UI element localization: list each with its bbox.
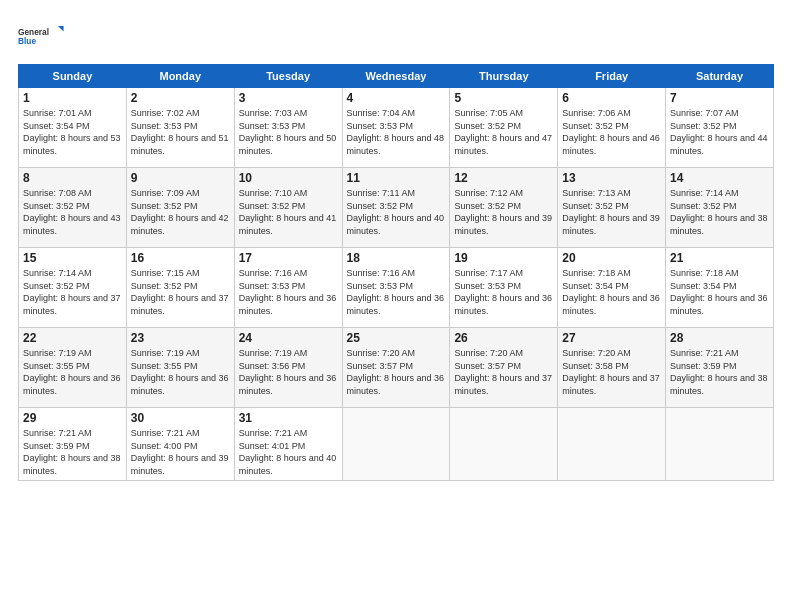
day-info: Sunrise: 7:09 AM Sunset: 3:52 PM Dayligh… — [131, 187, 230, 237]
calendar-cell: 18 Sunrise: 7:16 AM Sunset: 3:53 PM Dayl… — [342, 248, 450, 328]
day-number: 4 — [347, 91, 446, 105]
sunrise-text: Sunrise: 7:08 AM — [23, 188, 92, 198]
logo: General Blue — [18, 18, 68, 54]
day-number: 8 — [23, 171, 122, 185]
day-number: 31 — [239, 411, 338, 425]
sunrise-text: Sunrise: 7:19 AM — [239, 348, 308, 358]
sunrise-text: Sunrise: 7:02 AM — [131, 108, 200, 118]
day-info: Sunrise: 7:01 AM Sunset: 3:54 PM Dayligh… — [23, 107, 122, 157]
calendar-cell — [666, 408, 774, 481]
sunset-text: Sunset: 3:53 PM — [131, 121, 198, 131]
calendar-cell: 21 Sunrise: 7:18 AM Sunset: 3:54 PM Dayl… — [666, 248, 774, 328]
daylight-text: Daylight: 8 hours and 37 minutes. — [131, 293, 229, 316]
daylight-text: Daylight: 8 hours and 38 minutes. — [670, 373, 768, 396]
calendar-cell: 16 Sunrise: 7:15 AM Sunset: 3:52 PM Dayl… — [126, 248, 234, 328]
daylight-text: Daylight: 8 hours and 36 minutes. — [454, 293, 552, 316]
sunrise-text: Sunrise: 7:21 AM — [239, 428, 308, 438]
day-number: 28 — [670, 331, 769, 345]
daylight-text: Daylight: 8 hours and 39 minutes. — [131, 453, 229, 476]
calendar-cell: 27 Sunrise: 7:20 AM Sunset: 3:58 PM Dayl… — [558, 328, 666, 408]
day-info: Sunrise: 7:10 AM Sunset: 3:52 PM Dayligh… — [239, 187, 338, 237]
calendar-cell: 24 Sunrise: 7:19 AM Sunset: 3:56 PM Dayl… — [234, 328, 342, 408]
svg-text:Blue: Blue — [18, 36, 36, 46]
sunrise-text: Sunrise: 7:05 AM — [454, 108, 523, 118]
day-number: 10 — [239, 171, 338, 185]
day-info: Sunrise: 7:07 AM Sunset: 3:52 PM Dayligh… — [670, 107, 769, 157]
calendar-cell: 23 Sunrise: 7:19 AM Sunset: 3:55 PM Dayl… — [126, 328, 234, 408]
sunset-text: Sunset: 3:53 PM — [239, 121, 306, 131]
calendar-cell: 17 Sunrise: 7:16 AM Sunset: 3:53 PM Dayl… — [234, 248, 342, 328]
day-number: 26 — [454, 331, 553, 345]
day-info: Sunrise: 7:02 AM Sunset: 3:53 PM Dayligh… — [131, 107, 230, 157]
day-info: Sunrise: 7:21 AM Sunset: 3:59 PM Dayligh… — [23, 427, 122, 477]
daylight-text: Daylight: 8 hours and 38 minutes. — [23, 453, 121, 476]
day-info: Sunrise: 7:16 AM Sunset: 3:53 PM Dayligh… — [347, 267, 446, 317]
day-info: Sunrise: 7:19 AM Sunset: 3:55 PM Dayligh… — [23, 347, 122, 397]
day-number: 17 — [239, 251, 338, 265]
daylight-text: Daylight: 8 hours and 36 minutes. — [562, 293, 660, 316]
day-number: 16 — [131, 251, 230, 265]
sunset-text: Sunset: 3:53 PM — [454, 281, 521, 291]
sunrise-text: Sunrise: 7:21 AM — [23, 428, 92, 438]
sunrise-text: Sunrise: 7:19 AM — [131, 348, 200, 358]
sunset-text: Sunset: 3:52 PM — [670, 121, 737, 131]
sunset-text: Sunset: 3:59 PM — [670, 361, 737, 371]
calendar-cell: 20 Sunrise: 7:18 AM Sunset: 3:54 PM Dayl… — [558, 248, 666, 328]
daylight-text: Daylight: 8 hours and 44 minutes. — [670, 133, 768, 156]
day-number: 7 — [670, 91, 769, 105]
day-number: 24 — [239, 331, 338, 345]
sunrise-text: Sunrise: 7:14 AM — [23, 268, 92, 278]
calendar-cell: 3 Sunrise: 7:03 AM Sunset: 3:53 PM Dayli… — [234, 88, 342, 168]
sunrise-text: Sunrise: 7:16 AM — [239, 268, 308, 278]
sunset-text: Sunset: 3:52 PM — [454, 121, 521, 131]
sunrise-text: Sunrise: 7:01 AM — [23, 108, 92, 118]
sunrise-text: Sunrise: 7:20 AM — [454, 348, 523, 358]
day-number: 2 — [131, 91, 230, 105]
calendar-cell: 19 Sunrise: 7:17 AM Sunset: 3:53 PM Dayl… — [450, 248, 558, 328]
day-info: Sunrise: 7:11 AM Sunset: 3:52 PM Dayligh… — [347, 187, 446, 237]
calendar-cell: 2 Sunrise: 7:02 AM Sunset: 3:53 PM Dayli… — [126, 88, 234, 168]
sunrise-text: Sunrise: 7:10 AM — [239, 188, 308, 198]
sunrise-text: Sunrise: 7:14 AM — [670, 188, 739, 198]
day-info: Sunrise: 7:12 AM Sunset: 3:52 PM Dayligh… — [454, 187, 553, 237]
day-number: 22 — [23, 331, 122, 345]
day-number: 14 — [670, 171, 769, 185]
sunset-text: Sunset: 3:53 PM — [239, 281, 306, 291]
day-info: Sunrise: 7:04 AM Sunset: 3:53 PM Dayligh… — [347, 107, 446, 157]
sunset-text: Sunset: 4:01 PM — [239, 441, 306, 451]
sunrise-text: Sunrise: 7:12 AM — [454, 188, 523, 198]
calendar-cell: 7 Sunrise: 7:07 AM Sunset: 3:52 PM Dayli… — [666, 88, 774, 168]
calendar-cell: 30 Sunrise: 7:21 AM Sunset: 4:00 PM Dayl… — [126, 408, 234, 481]
day-info: Sunrise: 7:03 AM Sunset: 3:53 PM Dayligh… — [239, 107, 338, 157]
calendar-cell: 6 Sunrise: 7:06 AM Sunset: 3:52 PM Dayli… — [558, 88, 666, 168]
daylight-text: Daylight: 8 hours and 50 minutes. — [239, 133, 337, 156]
day-number: 11 — [347, 171, 446, 185]
day-number: 13 — [562, 171, 661, 185]
daylight-text: Daylight: 8 hours and 40 minutes. — [239, 453, 337, 476]
calendar-cell: 9 Sunrise: 7:09 AM Sunset: 3:52 PM Dayli… — [126, 168, 234, 248]
daylight-text: Daylight: 8 hours and 46 minutes. — [562, 133, 660, 156]
day-info: Sunrise: 7:14 AM Sunset: 3:52 PM Dayligh… — [23, 267, 122, 317]
weekday-header-tuesday: Tuesday — [234, 65, 342, 88]
daylight-text: Daylight: 8 hours and 48 minutes. — [347, 133, 445, 156]
sunrise-text: Sunrise: 7:21 AM — [131, 428, 200, 438]
day-info: Sunrise: 7:05 AM Sunset: 3:52 PM Dayligh… — [454, 107, 553, 157]
sunrise-text: Sunrise: 7:20 AM — [562, 348, 631, 358]
sunset-text: Sunset: 3:58 PM — [562, 361, 629, 371]
day-info: Sunrise: 7:20 AM Sunset: 3:57 PM Dayligh… — [347, 347, 446, 397]
sunrise-text: Sunrise: 7:18 AM — [562, 268, 631, 278]
sunrise-text: Sunrise: 7:06 AM — [562, 108, 631, 118]
weekday-header-sunday: Sunday — [19, 65, 127, 88]
day-number: 9 — [131, 171, 230, 185]
day-number: 29 — [23, 411, 122, 425]
calendar-cell: 26 Sunrise: 7:20 AM Sunset: 3:57 PM Dayl… — [450, 328, 558, 408]
daylight-text: Daylight: 8 hours and 36 minutes. — [23, 373, 121, 396]
day-info: Sunrise: 7:06 AM Sunset: 3:52 PM Dayligh… — [562, 107, 661, 157]
calendar-cell: 8 Sunrise: 7:08 AM Sunset: 3:52 PM Dayli… — [19, 168, 127, 248]
daylight-text: Daylight: 8 hours and 42 minutes. — [131, 213, 229, 236]
sunset-text: Sunset: 3:59 PM — [23, 441, 90, 451]
weekday-header-monday: Monday — [126, 65, 234, 88]
day-info: Sunrise: 7:17 AM Sunset: 3:53 PM Dayligh… — [454, 267, 553, 317]
calendar-cell — [558, 408, 666, 481]
weekday-header-thursday: Thursday — [450, 65, 558, 88]
